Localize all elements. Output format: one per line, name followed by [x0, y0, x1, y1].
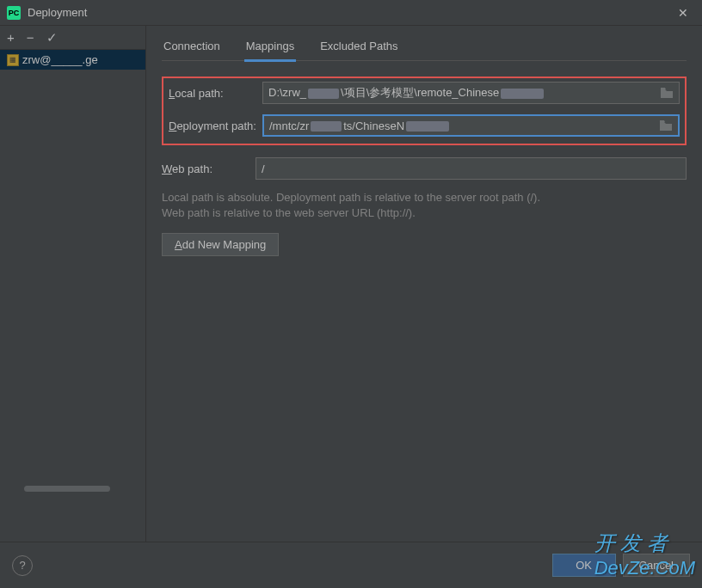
scrollbar-thumb[interactable]: [24, 486, 110, 492]
local-path-label: Local path:: [169, 87, 259, 100]
close-icon[interactable]: ✕: [671, 1, 695, 25]
tabs: Connection Mappings Excluded Paths: [162, 36, 687, 61]
deployment-path-value: /mntc/zrts/ChineseN: [269, 119, 659, 132]
remove-icon[interactable]: −: [27, 30, 34, 45]
dialog-footer: ? OK Cancel: [0, 542, 702, 588]
tab-mappings[interactable]: Mappings: [244, 36, 296, 62]
cancel-button[interactable]: Cancel: [623, 554, 690, 577]
local-path-value: D:\zrw_\项目\参考模型\remote_Chinese: [268, 85, 660, 101]
app-icon: PC: [7, 6, 21, 20]
browse-folder-icon[interactable]: [659, 119, 673, 132]
local-path-input[interactable]: D:\zrw_\项目\参考模型\remote_Chinese: [262, 82, 680, 104]
deployment-path-row: Deployment path: /mntc/zrts/ChineseN: [169, 114, 680, 137]
web-path-label: Web path:: [162, 162, 252, 175]
tab-excluded-paths[interactable]: Excluded Paths: [318, 36, 399, 60]
web-path-value: /: [262, 162, 680, 175]
tab-connection[interactable]: Connection: [162, 36, 222, 60]
deployment-path-label: Deployment path:: [169, 119, 259, 132]
local-path-row: Local path: D:\zrw_\项目\参考模型\remote_Chine…: [169, 82, 680, 104]
info-text: Local path is absolute. Deployment path …: [162, 190, 687, 221]
highlight-box: Local path: D:\zrw_\项目\参考模型\remote_Chine…: [162, 77, 687, 145]
help-icon[interactable]: ?: [12, 555, 33, 576]
main-panel: Connection Mappings Excluded Paths Local…: [146, 26, 702, 542]
add-new-mapping-button[interactable]: Add New Mapping: [162, 233, 279, 256]
server-type-icon: ▦: [7, 54, 19, 66]
window-title: Deployment: [28, 6, 671, 19]
content-wrapper: + − ✓ ▦ zrw@_____.ge Connection Mappings…: [0, 26, 702, 542]
server-label: zrw@_____.ge: [22, 53, 98, 66]
sidebar: + − ✓ ▦ zrw@_____.ge: [0, 26, 146, 542]
ok-button[interactable]: OK: [552, 554, 616, 577]
titlebar: PC Deployment ✕: [0, 0, 702, 26]
deployment-path-input[interactable]: /mntc/zrts/ChineseN: [262, 114, 680, 137]
browse-folder-icon[interactable]: [660, 87, 674, 99]
add-icon[interactable]: +: [7, 30, 15, 45]
web-path-row: Web path: /: [162, 157, 687, 180]
server-list-item[interactable]: ▦ zrw@_____.ge: [0, 50, 145, 70]
check-icon[interactable]: ✓: [46, 30, 58, 46]
horizontal-scrollbar[interactable]: [7, 486, 136, 494]
sidebar-toolbar: + − ✓: [0, 26, 145, 50]
web-path-input[interactable]: /: [256, 157, 687, 180]
